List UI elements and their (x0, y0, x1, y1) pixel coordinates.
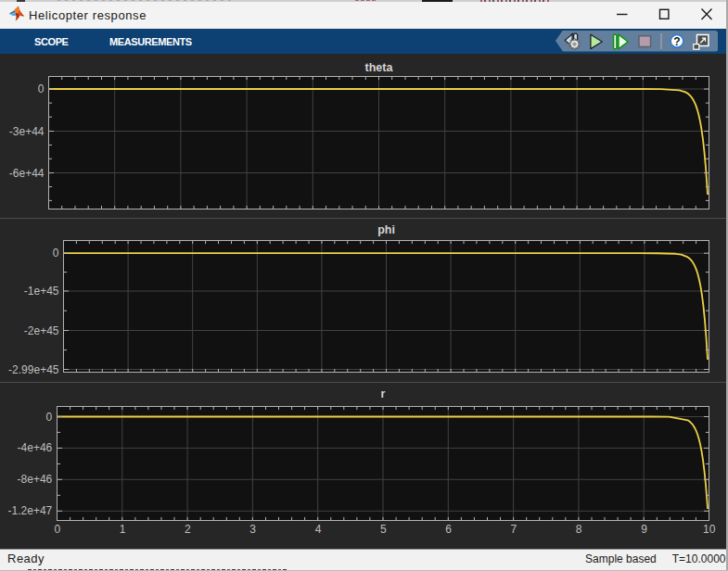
svg-text:4: 4 (315, 523, 322, 536)
svg-text:3: 3 (249, 523, 256, 536)
svg-text:-6e+44: -6e+44 (9, 167, 45, 180)
svg-text:6: 6 (445, 523, 452, 536)
svg-text:-1.2e+47: -1.2e+47 (8, 504, 53, 517)
svg-text:7: 7 (511, 523, 517, 536)
svg-text:-4e+46: -4e+46 (18, 441, 53, 454)
svg-text:-1e+45: -1e+45 (24, 285, 59, 298)
svg-text:10: 10 (703, 523, 716, 536)
svg-text:9: 9 (641, 523, 647, 536)
svg-text:5: 5 (380, 523, 387, 536)
svg-text:-2.99e+45: -2.99e+45 (8, 363, 59, 376)
svg-text:-8e+46: -8e+46 (18, 473, 53, 486)
svg-text:0: 0 (54, 523, 60, 536)
svg-text:theta: theta (365, 61, 394, 74)
svg-text:8: 8 (576, 523, 582, 536)
svg-text:0: 0 (53, 247, 59, 260)
svg-text:2: 2 (185, 523, 191, 536)
svg-text:-2e+45: -2e+45 (24, 324, 59, 337)
svg-text:0: 0 (46, 411, 53, 424)
svg-text:1: 1 (120, 523, 126, 536)
svg-text:-3e+44: -3e+44 (9, 125, 45, 138)
svg-text:phi: phi (377, 223, 395, 236)
svg-text:0: 0 (38, 82, 45, 95)
svg-text:r: r (381, 387, 386, 400)
